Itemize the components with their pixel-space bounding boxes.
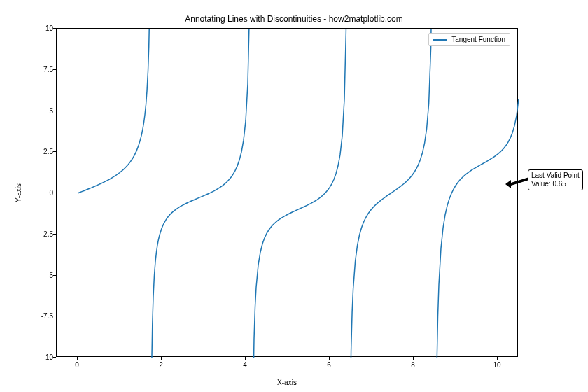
y-tickmark xyxy=(53,69,56,70)
annotation-arrow xyxy=(505,176,531,189)
y-tickmark xyxy=(53,192,56,193)
legend-label: Tangent Function xyxy=(451,36,505,43)
tangent-branch-2 xyxy=(151,29,251,358)
y-tickmark xyxy=(53,28,56,29)
x-tickmark xyxy=(497,357,498,360)
legend-line-swatch xyxy=(433,39,447,41)
annotation-line2: Value: 0.65 xyxy=(531,180,580,188)
plot-area: Tangent Function xyxy=(56,28,518,357)
y-tickmark xyxy=(53,357,56,358)
y-tick-label: 5 xyxy=(31,106,53,114)
y-tick-label: -5 xyxy=(31,271,53,279)
y-tick-label: -10 xyxy=(31,354,53,361)
tangent-branch-3 xyxy=(349,29,434,358)
y-tick-label: -2.5 xyxy=(31,230,53,237)
x-tickmark xyxy=(413,357,414,360)
legend: Tangent Function xyxy=(428,33,510,46)
y-tick-label: -7.5 xyxy=(31,312,53,320)
x-tick-label: 4 xyxy=(243,361,247,369)
chart-title: Annotating Lines with Discontinuities - … xyxy=(0,14,588,24)
y-tickmark xyxy=(53,151,56,152)
x-tickmark xyxy=(161,357,162,360)
y-tick-label: 10 xyxy=(31,24,53,32)
y-axis-label: Y-axis xyxy=(13,28,24,357)
y-tick-label: 0 xyxy=(31,189,53,197)
x-tick-label: 2 xyxy=(159,361,163,369)
tangent-branch-4 xyxy=(435,99,519,358)
x-tickmark xyxy=(245,357,246,360)
x-tick-label: 6 xyxy=(327,361,331,369)
annotation-line1: Last Valid Point xyxy=(531,172,580,180)
x-tick-label: 8 xyxy=(411,361,415,369)
y-tickmark xyxy=(53,234,56,234)
tangent-branch-2b xyxy=(252,29,347,358)
y-tick-label: 7.5 xyxy=(31,65,53,73)
y-tickmark xyxy=(53,275,56,276)
annotation-box: Last Valid Point Value: 0.65 xyxy=(528,169,583,190)
chart-figure: Annotating Lines with Discontinuities - … xyxy=(0,0,588,392)
line-plot-svg xyxy=(57,29,519,358)
tangent-branch-1 xyxy=(78,29,150,193)
y-tick-label: 2.5 xyxy=(31,148,53,155)
x-tickmark xyxy=(329,357,330,360)
x-axis-label: X-axis xyxy=(56,379,518,386)
x-tick-label: 0 xyxy=(75,361,79,369)
x-tick-label: 10 xyxy=(493,361,500,369)
y-tickmark xyxy=(53,316,56,316)
y-tickmark xyxy=(53,111,56,111)
x-tickmark xyxy=(77,357,78,360)
